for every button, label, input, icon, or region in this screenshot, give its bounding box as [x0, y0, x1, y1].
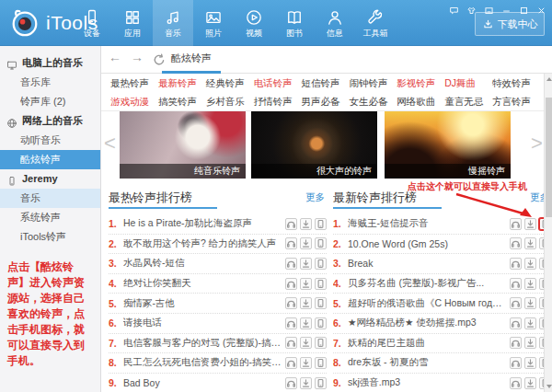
- sidebar-item[interactable]: 铃声库 (2): [0, 92, 100, 111]
- listen-button[interactable]: [510, 317, 522, 329]
- sidebar-item[interactable]: 音乐: [0, 189, 100, 208]
- import-to-phone-button[interactable]: [315, 337, 327, 349]
- import-to-phone-button[interactable]: [315, 237, 327, 249]
- carousel-next-icon[interactable]: >: [531, 133, 543, 154]
- download-ringtone-button[interactable]: [524, 258, 536, 270]
- banner-girl-in-snow[interactable]: 纯音乐铃声: [120, 111, 246, 179]
- import-to-phone-button[interactable]: [315, 258, 327, 270]
- listen-button[interactable]: [510, 337, 522, 349]
- download-ringtone-button[interactable]: [524, 357, 536, 369]
- more-link[interactable]: 更多: [305, 191, 325, 204]
- sidebar-item[interactable]: 动听音乐: [0, 131, 100, 150]
- carousel-prev-icon[interactable]: <: [104, 133, 116, 154]
- download-ringtone-button[interactable]: [524, 297, 536, 309]
- listen-button[interactable]: [510, 237, 522, 249]
- back-button[interactable]: ←: [109, 50, 121, 64]
- category-link[interactable]: 游戏动漫: [110, 93, 158, 110]
- listen-button[interactable]: [285, 258, 297, 270]
- scrollbar-thumb[interactable]: [546, 98, 552, 217]
- listen-button[interactable]: [510, 258, 522, 270]
- sidebar-item[interactable]: iTools铃声: [0, 227, 100, 247]
- sidebar: 电脑上的音乐音乐库铃声库 (2)网络上的音乐动听音乐酷炫铃声Jeremy音乐系统…: [0, 46, 101, 392]
- listen-button[interactable]: [510, 297, 522, 309]
- listen-button[interactable]: [285, 337, 297, 349]
- tab-cool-ringtones[interactable]: 酷炫铃声: [162, 46, 221, 74]
- listen-button[interactable]: [510, 278, 522, 290]
- download-ringtone-button[interactable]: [300, 317, 312, 329]
- download-ringtone-button[interactable]: [300, 218, 312, 230]
- category-link[interactable]: 经典铃声: [206, 75, 254, 92]
- category-link[interactable]: 特效铃声: [492, 75, 540, 92]
- listen-button[interactable]: [285, 357, 297, 369]
- category-link[interactable]: 网络歌曲: [397, 93, 444, 110]
- listen-button[interactable]: [285, 278, 297, 290]
- download-ringtone-button[interactable]: [524, 377, 536, 389]
- download-center-button[interactable]: 下载中心: [475, 12, 545, 36]
- category-link[interactable]: 最热铃声: [110, 75, 158, 92]
- nav-item-music[interactable]: 音乐: [153, 0, 193, 46]
- category-link[interactable]: 抒情铃声: [254, 93, 302, 110]
- import-to-phone-button[interactable]: [315, 377, 327, 389]
- banner-speaker-closeup[interactable]: 很大声的铃声: [251, 111, 377, 179]
- download-ringtone-button[interactable]: [300, 337, 312, 349]
- sidebar-item[interactable]: 酷炫铃声: [0, 150, 100, 169]
- ringtone-title: 贝多芬名曲 (完整版)-影视广告...: [348, 277, 510, 290]
- scroll-down-icon[interactable]: [546, 385, 552, 388]
- download-ringtone-button[interactable]: [300, 297, 312, 309]
- download-ringtone-button[interactable]: [524, 337, 536, 349]
- category-link[interactable]: 童言无忌: [444, 93, 492, 110]
- nav-item-toolbox[interactable]: 工具箱: [355, 0, 396, 46]
- list-title: 最新铃声排行榜: [333, 190, 417, 206]
- nav-item-label: 设备: [84, 29, 100, 38]
- category-link[interactable]: 影视铃声: [397, 75, 444, 92]
- listen-button[interactable]: [285, 218, 297, 230]
- listen-button[interactable]: [285, 237, 297, 249]
- scroll-up-icon[interactable]: [546, 77, 552, 81]
- listen-button[interactable]: [510, 357, 522, 369]
- category-link[interactable]: 男声必备: [302, 93, 350, 110]
- nav-item-video[interactable]: 视频: [234, 0, 274, 46]
- import-to-phone-button[interactable]: [315, 218, 327, 230]
- import-to-phone-button[interactable]: [315, 357, 327, 369]
- nav-item-contacts[interactable]: 信息: [315, 0, 355, 46]
- category-link[interactable]: 方言铃声: [492, 93, 540, 110]
- nav-item-apps[interactable]: 应用: [112, 0, 153, 46]
- ringtone-row: 2.10.One Word (Gm 25s): [333, 235, 551, 255]
- nav-item-books[interactable]: 图书: [274, 0, 315, 46]
- download-ringtone-button[interactable]: [524, 278, 536, 290]
- download-ringtone-button[interactable]: [300, 278, 312, 290]
- listen-button[interactable]: [285, 377, 297, 389]
- sidebar-section-phone[interactable]: Jeremy: [0, 169, 100, 189]
- category-link[interactable]: 女生必备: [349, 93, 397, 110]
- category-link[interactable]: 闹钟铃声: [349, 75, 397, 92]
- forward-button[interactable]: →: [131, 50, 144, 64]
- import-to-phone-button[interactable]: [315, 278, 327, 290]
- download-ringtone-button[interactable]: [524, 317, 536, 329]
- download-ringtone-button[interactable]: [300, 377, 312, 389]
- download-ringtone-button[interactable]: [300, 237, 312, 249]
- nav-item-photos[interactable]: 照片: [193, 0, 234, 46]
- category-link[interactable]: 电话铃声: [254, 75, 302, 92]
- category-link[interactable]: 搞笑铃声: [158, 93, 206, 110]
- import-to-phone-button[interactable]: [315, 317, 327, 329]
- category-link[interactable]: DJ舞曲: [444, 75, 492, 92]
- banner-concert-crowd[interactable]: 慢摇铃声: [385, 111, 511, 179]
- sidebar-section-computer[interactable]: 电脑上的音乐: [0, 53, 100, 73]
- download-ringtone-button[interactable]: [524, 237, 536, 249]
- nav-item-device[interactable]: 设备: [72, 0, 112, 46]
- category-link[interactable]: 乡村音乐: [206, 93, 254, 110]
- category-link[interactable]: 最新铃声: [158, 75, 206, 92]
- category-link[interactable]: 短信铃声: [302, 75, 350, 92]
- download-ringtone-button[interactable]: [300, 357, 312, 369]
- feedback-button[interactable]: [449, 3, 459, 13]
- banner-caption: 很大声的铃声: [251, 164, 377, 179]
- scrollbar[interactable]: [544, 74, 552, 392]
- import-to-phone-button[interactable]: [315, 297, 327, 309]
- sidebar-section-globe[interactable]: 网络上的音乐: [0, 111, 100, 131]
- sidebar-item[interactable]: 系统铃声: [0, 208, 100, 227]
- listen-button[interactable]: [510, 377, 522, 389]
- listen-button[interactable]: [285, 317, 297, 329]
- download-ringtone-button[interactable]: [300, 258, 312, 270]
- sidebar-item[interactable]: 音乐库: [0, 73, 100, 92]
- listen-button[interactable]: [285, 297, 297, 309]
